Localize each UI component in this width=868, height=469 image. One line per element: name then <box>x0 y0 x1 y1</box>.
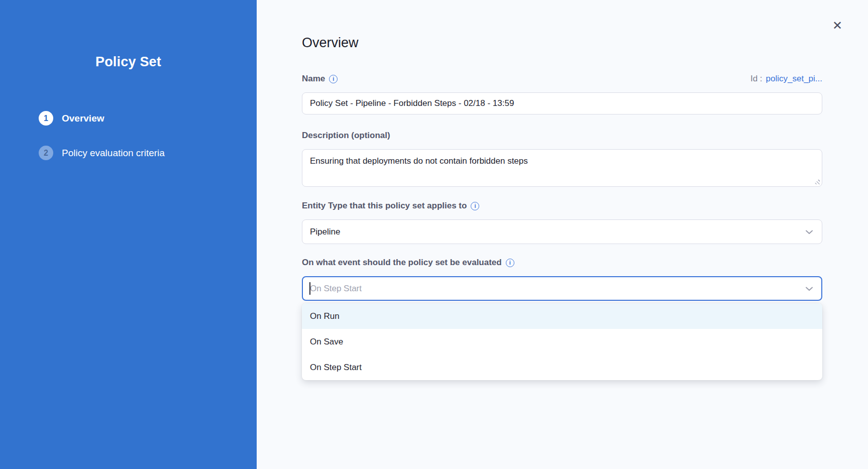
entity-type-label: Entity Type that this policy set applies… <box>302 201 467 211</box>
wizard-sidebar: Policy Set 1 Overview 2 Policy evaluatio… <box>0 0 257 469</box>
entity-type-label-row: Entity Type that this policy set applies… <box>302 201 822 211</box>
menu-item-on-run[interactable]: On Run <box>302 303 822 329</box>
close-icon[interactable]: ✕ <box>830 18 845 33</box>
event-options-menu: On Run On Save On Step Start <box>302 303 822 380</box>
step-label: Policy evaluation criteria <box>62 148 165 159</box>
name-label: Name <box>302 74 325 84</box>
name-label-row: Name i Id : policy_set_pi... <box>302 74 822 84</box>
id-prefix-label: Id : <box>750 74 763 84</box>
event-label-row: On what event should the policy set be e… <box>302 258 822 268</box>
text-caret <box>309 282 310 295</box>
info-icon[interactable]: i <box>471 202 479 210</box>
wizard-steps: 1 Overview 2 Policy evaluation criteria <box>0 111 257 160</box>
step-policy-evaluation-criteria[interactable]: 2 Policy evaluation criteria <box>39 146 257 160</box>
step-label: Overview <box>62 113 104 124</box>
step-overview[interactable]: 1 Overview <box>39 111 257 126</box>
step-number-badge: 2 <box>39 146 53 160</box>
info-icon[interactable]: i <box>506 259 514 267</box>
wizard-title: Policy Set <box>0 54 257 70</box>
policy-set-wizard: Policy Set 1 Overview 2 Policy evaluatio… <box>0 0 868 469</box>
menu-item-on-step-start[interactable]: On Step Start <box>302 355 822 380</box>
page-title: Overview <box>302 35 822 51</box>
description-field-wrap: Ensuring that deployments do not contain… <box>302 149 822 187</box>
info-icon[interactable]: i <box>329 75 338 83</box>
description-label: Description (optional) <box>302 131 390 141</box>
menu-item-on-save[interactable]: On Save <box>302 329 822 355</box>
entity-type-select-wrap <box>302 219 822 244</box>
wizard-main-panel: ✕ Overview Name i Id : policy_set_pi... … <box>257 0 868 469</box>
id-link[interactable]: policy_set_pi... <box>766 74 822 84</box>
event-select-wrap <box>302 276 822 301</box>
event-label: On what event should the policy set be e… <box>302 258 502 268</box>
entity-id: Id : policy_set_pi... <box>750 74 822 84</box>
event-select[interactable] <box>302 276 822 301</box>
overview-form: Overview Name i Id : policy_set_pi... De… <box>302 0 822 380</box>
description-textarea[interactable]: Ensuring that deployments do not contain… <box>302 149 822 187</box>
entity-type-select[interactable] <box>302 219 822 244</box>
step-number-badge: 1 <box>39 111 53 126</box>
description-label-row: Description (optional) <box>302 131 822 141</box>
name-input[interactable] <box>302 92 822 114</box>
